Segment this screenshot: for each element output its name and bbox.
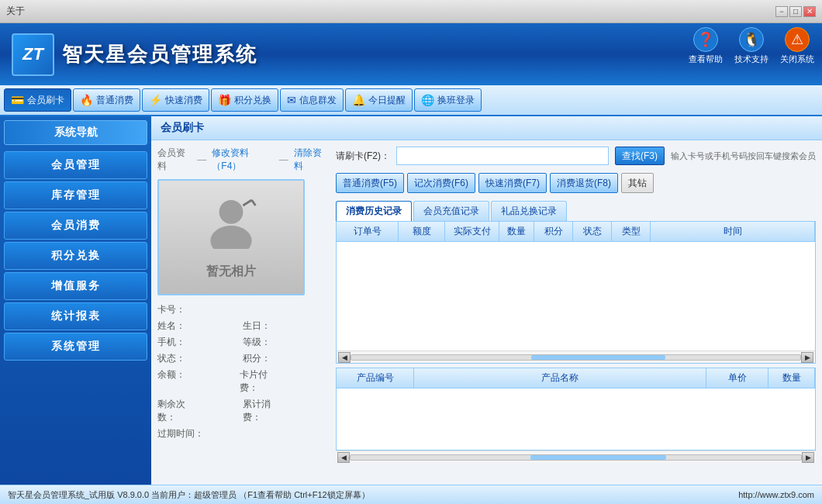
member-nav: 会员资料 — 修改资料（F4） — 清除资料 [157, 147, 328, 173]
tab-consume-history[interactable]: 消费历史记录 [336, 201, 412, 221]
toolbar-today-reminder[interactable]: 🔔 今日提醒 [345, 88, 413, 112]
support-button[interactable]: 🐧 技术支持 [734, 27, 768, 65]
card-input-field[interactable] [396, 147, 609, 165]
close-system-button[interactable]: ⚠ 关闭系统 [780, 27, 814, 65]
toolbar-today-reminder-label: 今日提醒 [368, 94, 406, 107]
level-label: 等级： [243, 336, 281, 349]
sidebar-item-stat-report[interactable]: 统计报表 [4, 302, 147, 330]
expire-label: 过期时间： [157, 427, 208, 440]
header-actions: ❓ 查看帮助 🐧 技术支持 ⚠ 关闭系统 [689, 27, 814, 65]
table-body[interactable] [337, 242, 815, 350]
lower-table-header: 产品编号 产品名称 单价 数量 [336, 368, 816, 388]
tab-recharge-record[interactable]: 会员充值记录 [413, 201, 489, 221]
total-consume-label: 累计消费： [243, 398, 281, 424]
status-label: 状态： [157, 352, 196, 365]
help-icon: ❓ [693, 27, 718, 52]
toolbar-card-swipe-label: 会员刷卡 [27, 94, 64, 107]
points-value [281, 352, 328, 365]
action-buttons: 普通消费(F5) 记次消费(F6) 快速消费(F7) 消费退货(F8) 其钻 [336, 173, 816, 193]
edit-member-link[interactable]: 修改资料（F4） [212, 147, 273, 173]
refund-button[interactable]: 消费退货(F8) [550, 173, 618, 193]
sidebar-item-points-exchange[interactable]: 积分兑换 [4, 242, 147, 270]
col-type: 类型 [612, 222, 651, 241]
statusbar: 智天星会员管理系统_试用版 V8.9.0.0 当前用户：超级管理员 （F1查看帮… [0, 485, 822, 504]
close-button[interactable]: ✕ [803, 6, 816, 17]
col-qty: 数量 [499, 222, 534, 241]
toolbar-quick-consume[interactable]: ⚡ 快速消费 [142, 88, 209, 112]
lower-scroll-right-arrow[interactable]: ▶ [802, 452, 814, 463]
member-photo: 暂无相片 [157, 179, 305, 295]
sidebar-item-value-added[interactable]: 增值服务 [4, 272, 147, 300]
phone-value [196, 336, 243, 349]
member-nav-current: 会员资料 [157, 147, 192, 173]
sidebar-item-stock-mgmt[interactable]: 库存管理 [4, 181, 147, 209]
member-info-remaining-total-row: 剩余次数： 累计消费： [157, 398, 328, 424]
lower-col-product-name: 产品名称 [414, 368, 706, 388]
shift-login-icon: 🌐 [421, 94, 434, 106]
toolbar-shift-login-label: 换班登录 [437, 94, 475, 107]
name-label: 姓名： [157, 319, 196, 333]
member-info-status-points-row: 状态： 积分： [157, 352, 328, 365]
scroll-right-arrow[interactable]: ▶ [801, 352, 813, 363]
status-value [196, 352, 243, 365]
sidebar-item-sys-mgmt[interactable]: 系统管理 [4, 333, 147, 361]
statusbar-left: 智天星会员管理系统_试用版 V8.9.0.0 当前用户：超级管理员 （F1查看帮… [8, 489, 370, 501]
maximize-button[interactable]: □ [789, 6, 802, 17]
table-scrollbar[interactable]: ◀ ▶ [337, 350, 815, 363]
minimize-button[interactable]: － [775, 6, 788, 17]
logo-area: ZT 智天星会员管理系统 [12, 33, 257, 76]
card-search-button[interactable]: 查找(F3) [615, 147, 665, 165]
toolbar-shift-login[interactable]: 🌐 换班登录 [414, 88, 482, 112]
titlebar-buttons: － □ ✕ [775, 6, 816, 17]
credit-consume-button[interactable]: 记次消费(F6) [407, 173, 475, 193]
lower-table-body[interactable] [336, 388, 816, 450]
help-button[interactable]: ❓ 查看帮助 [689, 27, 723, 65]
photo-placeholder-icon [204, 195, 258, 260]
member-info-balance-cardfee-row: 余额： 卡片付费： [157, 368, 328, 395]
balance-label: 余额： [157, 368, 193, 395]
total-consume-value [281, 398, 328, 424]
birthday-value [281, 319, 328, 333]
toolbar-sms-group[interactable]: ✉ 信息群发 [280, 88, 344, 112]
member-info-phone-level-row: 手机： 等级： [157, 336, 328, 349]
content-area: 会员刷卡 会员资料 — 修改资料（F4） — 清除资料 [151, 116, 822, 485]
quick-consume-button[interactable]: 快速消费(F7) [478, 173, 547, 193]
consume-history-table: 订单号 额度 实际支付 数量 积分 状态 类型 时间 ◀ [336, 221, 816, 364]
member-right-panel: 请刷卡(F2)： 查找(F3) 输入卡号或手机号码按回车键搜索会员 普通消费(F… [336, 147, 816, 463]
other-button[interactable]: 其钻 [621, 173, 654, 193]
toolbar-normal-consume[interactable]: 🔥 普通消费 [73, 88, 140, 112]
tab-gift-exchange[interactable]: 礼品兑换记录 [491, 201, 567, 221]
support-icon: 🐧 [739, 27, 764, 52]
lower-table-scrollbar[interactable]: ◀ ▶ [336, 450, 816, 463]
lower-col-qty: 数量 [768, 368, 815, 388]
lower-col-product-no: 产品编号 [337, 368, 414, 388]
lower-table: 产品编号 产品名称 单价 数量 ◀ ▶ [336, 368, 816, 463]
sidebar-item-member-consume[interactable]: 会员消费 [4, 212, 147, 240]
expire-value [208, 427, 328, 440]
lower-scrollbar-thumb[interactable] [530, 455, 665, 460]
toolbar-normal-consume-label: 普通消费 [96, 94, 133, 107]
delete-member-link[interactable]: 清除资料 [294, 147, 328, 173]
close-system-icon: ⚠ [785, 27, 810, 52]
card-fee-label: 卡片付费： [240, 368, 281, 395]
svg-line-3 [252, 200, 256, 205]
scroll-left-arrow[interactable]: ◀ [338, 352, 351, 363]
toolbar-card-swipe[interactable]: 💳 会员刷卡 [4, 88, 71, 112]
col-time: 时间 [651, 222, 815, 241]
help-label: 查看帮助 [689, 54, 723, 65]
titlebar: 关于 － □ ✕ [0, 0, 822, 23]
card-hint: 输入卡号或手机号码按回车键搜索会员 [671, 150, 816, 162]
scrollbar-track[interactable] [351, 354, 801, 361]
sidebar-item-member-mgmt[interactable]: 会员管理 [4, 151, 147, 179]
lower-scrollbar-track[interactable] [350, 454, 802, 461]
scrollbar-thumb[interactable] [531, 355, 666, 360]
toolbar-points-exchange[interactable]: 🎁 积分兑换 [211, 88, 278, 112]
content-body: 会员资料 — 修改资料（F4） — 清除资料 [151, 140, 822, 469]
logo-icon: ZT [12, 33, 54, 76]
member-info-name-birthday-row: 姓名： 生日： [157, 319, 328, 333]
support-label: 技术支持 [734, 54, 768, 65]
normal-consume-button[interactable]: 普通消费(F5) [336, 173, 404, 193]
sms-group-icon: ✉ [287, 94, 296, 106]
lower-scroll-left-arrow[interactable]: ◀ [337, 452, 350, 463]
svg-line-2 [243, 200, 251, 205]
